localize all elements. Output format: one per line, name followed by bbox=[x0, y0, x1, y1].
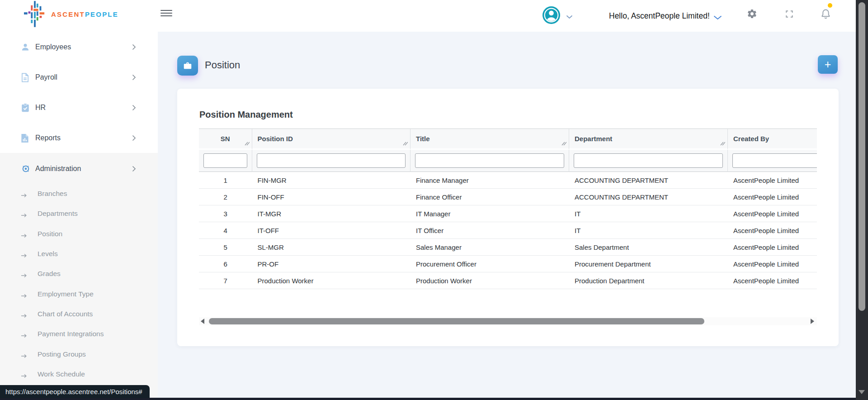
sidebar-subitem-work-schedule[interactable]: Work Schedule bbox=[0, 368, 158, 380]
sidebar-subitem-posting-groups[interactable]: Posting Groups bbox=[0, 348, 158, 360]
chevron-right-icon bbox=[132, 105, 136, 113]
arrow-right-icon bbox=[21, 252, 27, 260]
table-row: 1 FIN-MGR Finance Manager ACCOUNTING DEP… bbox=[199, 172, 817, 189]
table-row: 2 FIN-OFF Finance Officer ACCOUNTING DEP… bbox=[199, 189, 817, 205]
greeting-text[interactable]: Hello, AscentPeople Limited! bbox=[609, 0, 710, 32]
table-container: SN Position ID Title Department Created … bbox=[199, 129, 817, 295]
column-resize-handle-icon[interactable] bbox=[720, 139, 725, 147]
arrow-right-icon bbox=[21, 352, 27, 360]
position-management-card: Position Management SN Position ID Title… bbox=[177, 89, 839, 346]
document-icon bbox=[21, 72, 31, 82]
sidebar-subitem-departments[interactable]: Departments bbox=[0, 208, 158, 219]
status-bar-url: https://ascentpeople.ascentree.net/Posit… bbox=[0, 385, 150, 398]
table-row: 5 SL-MGR Sales Manager Sales Department … bbox=[199, 239, 817, 256]
brand-wordmark: ASCENTPEOPLE bbox=[51, 10, 118, 18]
table-row: 6 PR-OF Procurement Officer Procurement … bbox=[199, 256, 817, 272]
arrow-right-icon bbox=[21, 211, 27, 219]
sidebar-item-administration[interactable]: Administration bbox=[0, 162, 158, 176]
scroll-right-arrow-icon[interactable] bbox=[811, 319, 814, 324]
sidebar-subitem-employment-type[interactable]: Employment Type bbox=[0, 288, 158, 300]
filter-cell bbox=[199, 150, 252, 172]
column-header-created-by[interactable]: Created By bbox=[728, 129, 817, 150]
page-title: Position bbox=[205, 59, 240, 71]
settings-gear-icon[interactable] bbox=[747, 9, 757, 21]
table-row: 7 Production Worker Production Worker Pr… bbox=[199, 272, 817, 289]
sidebar-subitem-levels[interactable]: Levels bbox=[0, 248, 158, 260]
fullscreen-icon[interactable] bbox=[785, 10, 794, 20]
sidebar-item-employees[interactable]: Employees bbox=[0, 40, 158, 54]
filter-cell bbox=[569, 150, 728, 172]
page-icon-briefcase bbox=[177, 56, 198, 76]
arrow-right-icon bbox=[21, 332, 27, 340]
positions-table: SN Position ID Title Department Created … bbox=[199, 129, 817, 289]
filter-cell bbox=[728, 150, 817, 172]
sidebar-subitem-payment-integrations[interactable]: Payment Integrations bbox=[0, 328, 158, 340]
clipboard-check-icon bbox=[21, 103, 31, 113]
vertical-scrollbar bbox=[856, 0, 868, 400]
sidebar-subitem-branches[interactable]: Branches bbox=[0, 188, 158, 200]
menu-toggle-icon[interactable] bbox=[160, 10, 172, 16]
chevron-right-icon bbox=[132, 44, 136, 52]
sidebar-subitem-grades[interactable]: Grades bbox=[0, 268, 158, 280]
sidebar-subitem-position[interactable]: Position bbox=[0, 228, 158, 240]
column-header-position-id[interactable]: Position ID bbox=[252, 129, 411, 150]
sidebar-item-payroll[interactable]: Payroll bbox=[0, 71, 158, 84]
column-resize-handle-icon[interactable] bbox=[403, 139, 408, 147]
add-position-button[interactable]: + bbox=[818, 55, 838, 74]
top-bar: ASCENTPEOPLE Hello, AscentPeople Limited… bbox=[0, 0, 856, 32]
chevron-right-icon bbox=[132, 135, 136, 143]
user-icon bbox=[21, 42, 31, 52]
notifications-bell-icon[interactable] bbox=[820, 8, 832, 22]
filter-input-sn[interactable] bbox=[203, 153, 247, 168]
arrow-right-icon bbox=[21, 372, 27, 380]
sidebar-item-reports[interactable]: Reports bbox=[0, 131, 158, 145]
app-screen: ASCENTPEOPLE Hello, AscentPeople Limited… bbox=[0, 0, 868, 400]
briefcase-icon bbox=[183, 61, 193, 71]
horizontal-scrollbar bbox=[199, 317, 817, 325]
sidebar: Employees Payroll HR Reports bbox=[0, 32, 158, 398]
card-title: Position Management bbox=[199, 110, 293, 120]
notification-badge bbox=[828, 3, 832, 8]
arrow-right-icon bbox=[21, 312, 27, 320]
scroll-down-arrow-icon[interactable] bbox=[859, 390, 865, 394]
user-avatar[interactable] bbox=[542, 6, 560, 24]
column-resize-handle-icon[interactable] bbox=[561, 139, 566, 147]
target-icon bbox=[21, 164, 31, 174]
table-row: 4 IT-OFF IT Officer IT AscentPeople Limi… bbox=[199, 222, 817, 239]
table-row: 3 IT-MGR IT Manager IT AscentPeople Limi… bbox=[199, 205, 817, 222]
filter-cell bbox=[410, 150, 569, 172]
filter-input-created-by[interactable] bbox=[732, 153, 817, 168]
scroll-left-arrow-icon[interactable] bbox=[201, 319, 204, 324]
report-chart-icon bbox=[21, 133, 31, 143]
column-header-title[interactable]: Title bbox=[410, 129, 569, 150]
column-resize-handle-icon[interactable] bbox=[245, 139, 250, 147]
filter-cell bbox=[252, 150, 411, 172]
horizontal-scrollbar-thumb[interactable] bbox=[209, 318, 704, 324]
greeting-chevron-icon[interactable] bbox=[713, 14, 722, 22]
filter-input-title[interactable] bbox=[415, 153, 564, 168]
sidebar-subitem-chart-of-accounts[interactable]: Chart of Accounts bbox=[0, 308, 158, 320]
user-menu-chevron-icon[interactable] bbox=[566, 13, 573, 21]
brand-logo[interactable]: ASCENTPEOPLE bbox=[24, 1, 118, 27]
column-header-department[interactable]: Department bbox=[569, 129, 728, 150]
sidebar-item-hr[interactable]: HR bbox=[0, 101, 158, 114]
chevron-right-icon bbox=[132, 166, 136, 174]
chevron-right-icon bbox=[132, 74, 136, 82]
column-header-sn[interactable]: SN bbox=[199, 129, 252, 150]
filter-input-position-id[interactable] bbox=[257, 153, 406, 168]
filter-input-department[interactable] bbox=[574, 153, 723, 168]
user-avatar-icon bbox=[542, 6, 560, 24]
arrow-right-icon bbox=[21, 271, 27, 280]
vertical-scrollbar-thumb[interactable] bbox=[859, 2, 865, 311]
arrow-right-icon bbox=[21, 191, 27, 200]
arrow-right-icon bbox=[21, 292, 27, 300]
arrow-right-icon bbox=[21, 232, 27, 240]
brand-logo-icon bbox=[24, 1, 46, 27]
